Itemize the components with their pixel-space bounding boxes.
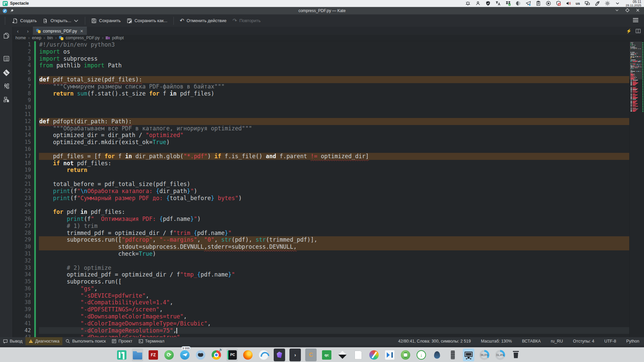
filezilla-launcher[interactable]: FZ xyxy=(148,349,159,361)
close-button[interactable] xyxy=(636,8,640,14)
split-view-icon[interactable] xyxy=(636,29,641,33)
manjaro-launcher[interactable] xyxy=(116,349,127,361)
breadcrumb-bin[interactable]: bin xyxy=(47,36,53,40)
minimap-scrollbar[interactable] xyxy=(629,41,644,337)
display-connect-icon[interactable] xyxy=(584,1,590,6)
obsidian-icon xyxy=(275,350,284,360)
tray-expand-icon[interactable] xyxy=(614,1,620,6)
kdenlive-launcher[interactable] xyxy=(384,349,395,361)
save-icon xyxy=(91,18,97,23)
spectacle-launcher[interactable] xyxy=(463,349,474,361)
indentation[interactable]: Отступы: 4 xyxy=(573,339,594,344)
chat-icon xyxy=(196,350,205,360)
telegram-icon xyxy=(180,350,190,360)
inkscape-launcher[interactable] xyxy=(337,349,348,361)
file-manager-launcher[interactable] xyxy=(132,349,143,361)
user-switcher-icon[interactable] xyxy=(475,1,481,6)
undo-button[interactable]: ↶ Отменить действие xyxy=(177,16,229,25)
terminal-launcher[interactable]: › xyxy=(289,349,301,361)
tab-forward-icon[interactable]: › xyxy=(23,27,33,35)
falkon-launcher[interactable] xyxy=(258,349,269,361)
cursor-position[interactable]: 42/80:41, Слова: 300, символы: 2 519 xyxy=(398,339,471,344)
chat-launcher[interactable] xyxy=(195,349,206,361)
telegram-icon[interactable] xyxy=(525,1,531,6)
breadcrumb-symbol[interactable]: pdfopt xyxy=(112,36,124,40)
sync-launcher[interactable]: ⟳ xyxy=(163,349,175,361)
window-titlebar[interactable]: compress_PDF.py — Kate xyxy=(0,7,644,14)
breadcrumb-home[interactable]: home xyxy=(15,36,26,40)
code-editor[interactable]: 1#!/usr/bin/env python32import os3import… xyxy=(13,41,629,337)
active-app-indicator[interactable]: Spectacle xyxy=(0,1,29,6)
digital-clock[interactable]: 05:11 29.11.2025 xyxy=(625,0,641,7)
gauge-ram-monitor[interactable]: 31,4% xyxy=(494,349,506,361)
zipper-launcher[interactable] xyxy=(447,349,459,361)
search-toggle[interactable]: Выполнить поиск xyxy=(62,337,109,345)
output-toggle[interactable]: Вывод xyxy=(0,337,25,345)
gauge-value: 31,4% xyxy=(496,353,504,357)
new-file-button[interactable]: Создать xyxy=(9,16,40,25)
minimap-slider[interactable] xyxy=(630,42,642,79)
maximize-button[interactable] xyxy=(625,8,630,14)
input-mode[interactable]: ВСТАВКА xyxy=(522,339,541,344)
open-file-button[interactable]: Открыть... xyxy=(40,16,82,25)
firewall-icon[interactable] xyxy=(555,1,561,6)
text-cursor xyxy=(176,328,177,334)
diagnostics-flash-icon[interactable] xyxy=(2,82,11,90)
writer-launcher[interactable] xyxy=(353,349,364,361)
keyboard-layout-indicator[interactable]: us xyxy=(576,1,580,5)
toolbar-drag-handle[interactable] xyxy=(5,17,6,24)
krita-launcher[interactable] xyxy=(368,349,380,361)
code-line-34: 34 optimized_pdf = optimized_dir / f"tmp… xyxy=(13,271,629,278)
color-temperature-icon[interactable] xyxy=(515,1,521,6)
breadcrumb-file[interactable]: compress_PDF.py xyxy=(66,36,100,40)
documents-panel-icon[interactable] xyxy=(2,32,11,40)
symbols-outline-icon[interactable] xyxy=(2,54,11,63)
gauge-cpu-monitor[interactable]: 36,0% xyxy=(479,349,490,361)
media-player-icon[interactable] xyxy=(545,1,551,6)
open-dropdown-icon[interactable] xyxy=(73,18,79,23)
tab-compress-pdf[interactable]: compress_PDF.py ✕ xyxy=(33,27,87,35)
syntax-language[interactable]: Python xyxy=(626,339,639,344)
terminal-toggle[interactable]: Терминал xyxy=(136,337,168,345)
project-tree-icon[interactable] xyxy=(2,95,11,104)
pycharm-launcher[interactable]: PC xyxy=(226,349,238,361)
trash-launcher[interactable] xyxy=(510,349,522,361)
code-line-28: 28 trimmed_pdf = optimized_dir / f"trim_… xyxy=(13,230,629,237)
qcad-launcher[interactable]: qc xyxy=(321,349,332,361)
security-shield-icon[interactable] xyxy=(485,1,491,6)
rocket-launcher-icon[interactable] xyxy=(594,1,600,6)
updates-launcher[interactable]: ↓ xyxy=(416,349,427,361)
dropbox-icon[interactable] xyxy=(505,1,511,6)
quick-open-icon[interactable]: ⚡ xyxy=(626,28,632,34)
save-as-button[interactable]: Сохранить как... xyxy=(124,16,170,25)
code-line-16: 16 xyxy=(13,146,629,153)
save-button[interactable]: Сохранить xyxy=(88,16,124,25)
hamburger-menu-button[interactable] xyxy=(633,18,644,23)
tab-back-icon[interactable]: ‹ xyxy=(13,27,23,35)
dictionary[interactable]: ru_RU xyxy=(551,339,563,344)
volume-icon[interactable] xyxy=(566,1,571,6)
window-title: compress_PDF.py — Kate xyxy=(0,8,644,13)
git-panel-icon[interactable] xyxy=(2,68,11,77)
firefox-launcher[interactable] xyxy=(242,349,254,361)
redo-icon: ↷ xyxy=(232,18,237,23)
tab-close-icon[interactable]: ✕ xyxy=(79,29,83,34)
chrome-launcher[interactable]: 🔊 xyxy=(211,349,222,361)
notifications-icon[interactable] xyxy=(465,1,471,6)
telegram-launcher[interactable]: 9 999 xyxy=(179,349,191,361)
zoom-level[interactable]: Масштаб: 130% xyxy=(481,339,512,344)
obsidian-launcher[interactable] xyxy=(274,349,285,361)
minimize-button[interactable] xyxy=(615,8,619,14)
redo-button[interactable]: ↷ Повторить xyxy=(229,16,264,25)
code-line-40: 40 "-dDownsampleColorImages=true", xyxy=(13,313,629,320)
clipboard-icon[interactable] xyxy=(535,1,541,6)
c-ide-launcher[interactable]: C xyxy=(305,349,317,361)
diagnostics-toggle[interactable]: Диагностика xyxy=(25,337,62,345)
breadcrumb-enep[interactable]: enep xyxy=(32,36,41,40)
paint-launcher[interactable] xyxy=(431,349,443,361)
openshot-launcher[interactable] xyxy=(400,349,411,361)
translate-icon[interactable] xyxy=(495,1,501,6)
encoding[interactable]: UTF-8 xyxy=(604,339,616,344)
project-toggle[interactable]: Проект xyxy=(109,337,135,345)
brightness-icon[interactable] xyxy=(604,1,610,6)
